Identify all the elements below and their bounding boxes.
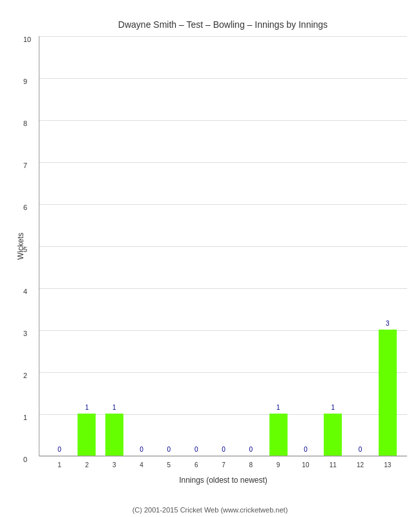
footer: (C) 2001-2015 Cricket Web (www.cricketwe… <box>0 506 420 514</box>
y-tick-label: 0 <box>23 456 27 463</box>
grid-line <box>39 36 407 37</box>
x-axis-label: Innings (oldest to newest) <box>179 476 268 485</box>
y-tick-label: 9 <box>23 78 27 85</box>
bar-value-label: 1 <box>324 404 342 411</box>
bar <box>78 414 96 456</box>
bar-value-label: 1 <box>78 404 96 411</box>
bar-value-label: 0 <box>297 446 315 453</box>
grid-line <box>39 372 407 373</box>
chart-area: Wickets Innings (oldest to newest) 01234… <box>39 36 407 456</box>
grid-line <box>39 330 407 331</box>
bar-value-label: 0 <box>187 446 205 453</box>
bar-value-label: 0 <box>242 446 260 453</box>
y-tick-label: 1 <box>23 414 27 421</box>
y-tick-label: 8 <box>23 120 27 127</box>
x-tick-label: 6 <box>194 461 198 469</box>
bar-value-label: 0 <box>50 446 68 453</box>
grid-line <box>39 456 407 457</box>
bar-value-label: 0 <box>132 446 151 453</box>
y-tick-label: 5 <box>23 246 27 253</box>
grid-line <box>39 288 407 289</box>
grid-line <box>39 162 407 163</box>
bar-value-label: 1 <box>269 404 288 411</box>
x-tick-label: 8 <box>249 461 253 469</box>
bar <box>379 330 397 456</box>
chart-container: Dwayne Smith – Test – Bowling – Innings … <box>0 0 420 517</box>
x-tick-label: 3 <box>112 461 116 469</box>
y-tick-label: 6 <box>23 204 27 211</box>
y-tick-label: 3 <box>23 330 27 337</box>
x-tick-label: 11 <box>330 461 337 469</box>
y-tick-label: 4 <box>23 288 27 295</box>
grid-line <box>39 120 407 121</box>
grid-line <box>39 78 407 79</box>
y-tick-label: 10 <box>23 36 31 43</box>
bar-value-label: 0 <box>160 446 178 453</box>
bar-value-label: 3 <box>379 320 397 327</box>
chart-title: Dwayne Smith – Test – Bowling – Innings … <box>39 19 407 30</box>
x-tick-label: 12 <box>357 461 364 469</box>
grid-line <box>39 204 407 205</box>
bar-value-label: 1 <box>105 404 123 411</box>
bar-value-label: 0 <box>352 446 370 453</box>
bar-value-label: 0 <box>215 446 233 453</box>
grid-line <box>39 246 407 247</box>
y-tick-label: 2 <box>23 372 27 379</box>
x-tick-label: 5 <box>167 461 171 469</box>
bar <box>324 414 342 456</box>
x-tick-label: 10 <box>302 461 309 469</box>
x-tick-label: 9 <box>277 461 280 469</box>
bar <box>269 414 288 456</box>
x-tick-label: 13 <box>384 461 391 469</box>
x-tick-label: 4 <box>140 461 143 469</box>
bar <box>105 414 123 456</box>
x-tick-label: 2 <box>85 461 89 469</box>
y-tick-label: 7 <box>23 162 27 169</box>
x-tick-label: 1 <box>58 461 61 469</box>
x-tick-label: 7 <box>222 461 226 469</box>
